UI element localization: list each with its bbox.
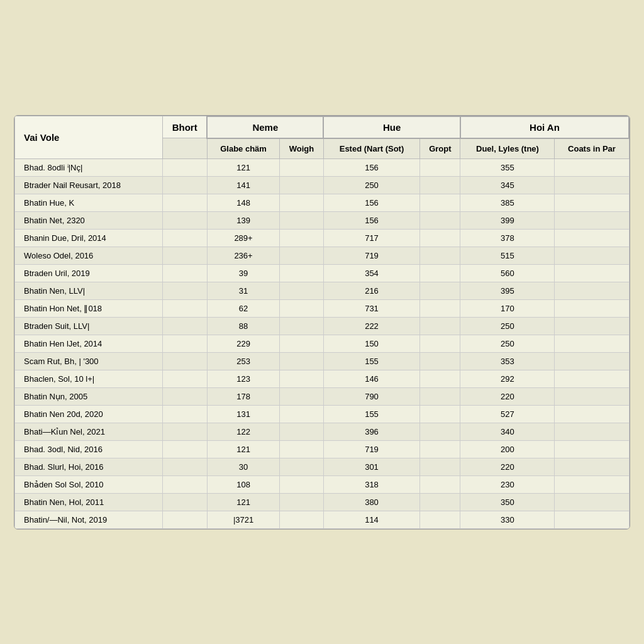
row-cell — [420, 475, 460, 493]
table-row: Bhatin Nen, LLV|31216395 — [15, 282, 630, 299]
table-body: Bhad. 8odli ⁱ|Nç|121156355Btrader Nail R… — [15, 158, 630, 528]
row-cell: 155 — [323, 352, 419, 370]
row-cell — [162, 511, 207, 528]
row-cell: 108 — [207, 475, 279, 493]
row-cell — [420, 299, 460, 317]
row-name: Bhatin Net, 2320 — [15, 211, 163, 229]
row-cell — [280, 158, 324, 176]
row-cell: 719 — [323, 247, 419, 264]
bhort-empty — [162, 138, 207, 159]
table-row: Bhaclen, Sol, 10 l+|123146292 — [15, 370, 630, 387]
row-cell — [162, 493, 207, 511]
data-table: Vai Vole Bhort Neme Hue Hoi An Glabe chä… — [14, 116, 630, 529]
row-cell — [162, 282, 207, 299]
row-cell: 114 — [323, 511, 419, 528]
row-cell — [420, 194, 460, 211]
row-cell — [280, 282, 324, 299]
row-cell — [555, 264, 629, 282]
row-name: Bhad. 3odl, Nid, 2016 — [15, 440, 163, 458]
row-cell — [280, 458, 324, 475]
row-name: Bhatin Nen, LLV| — [15, 282, 163, 299]
row-cell: 318 — [323, 475, 419, 493]
row-cell: 178 — [207, 387, 279, 405]
row-cell: 220 — [460, 387, 555, 405]
row-name: Bhatin Hue, K — [15, 194, 163, 211]
row-cell — [280, 211, 324, 229]
table-row: Bhatin Hon Net, ‖01862731170 — [15, 299, 630, 317]
row-cell — [420, 211, 460, 229]
row-cell — [280, 423, 324, 440]
row-name: Bhatin Nụn, 2005 — [15, 387, 163, 405]
row-cell — [280, 493, 324, 511]
row-cell — [555, 370, 629, 387]
row-cell: 340 — [460, 423, 555, 440]
row-cell: 148 — [207, 194, 279, 211]
row-cell: 301 — [323, 458, 419, 475]
row-name: Bhatin/—Nil, Not, 2019 — [15, 511, 163, 528]
row-cell — [420, 335, 460, 352]
row-cell: 719 — [323, 440, 419, 458]
row-name: Bhati—Kỉun Nel, 2021 — [15, 423, 163, 440]
row-cell — [280, 317, 324, 335]
row-cell: 170 — [460, 299, 555, 317]
neme-header: Neme — [207, 116, 323, 138]
row-cell: 200 — [460, 440, 555, 458]
row-name: Btraden Uril, 2019 — [15, 264, 163, 282]
row-name: Bhảden Sol Sol, 2010 — [15, 475, 163, 493]
table-row: Bhatin Net, 2320139156399 — [15, 211, 630, 229]
row-cell: 717 — [323, 229, 419, 247]
row-name: Woleso Odel, 2016 — [15, 247, 163, 264]
row-cell — [162, 352, 207, 370]
row-name: Btraden Suit, LLV| — [15, 317, 163, 335]
row-cell — [555, 475, 629, 493]
row-cell — [555, 282, 629, 299]
row-cell — [420, 423, 460, 440]
row-cell — [162, 370, 207, 387]
row-cell: 250 — [460, 335, 555, 352]
row-name: Scam Rut, Bh, | '300 — [15, 352, 163, 370]
row-cell — [420, 282, 460, 299]
table-row: Bhanin Due, Dril, 2014289+717378 — [15, 229, 630, 247]
gropt-header: Gropt — [420, 138, 460, 159]
row-cell — [420, 317, 460, 335]
row-cell — [420, 264, 460, 282]
row-cell: 88 — [207, 317, 279, 335]
row-cell: 380 — [323, 493, 419, 511]
row-cell: 292 — [460, 370, 555, 387]
row-cell — [162, 335, 207, 352]
row-cell — [162, 247, 207, 264]
row-cell — [280, 264, 324, 282]
row-cell: 121 — [207, 158, 279, 176]
row-cell — [555, 247, 629, 264]
row-cell: 396 — [323, 423, 419, 440]
table-row: Btrader Nail Reusart, 2018141250345 — [15, 176, 630, 194]
row-cell — [555, 176, 629, 194]
row-cell — [280, 247, 324, 264]
row-cell — [280, 370, 324, 387]
row-cell: 156 — [323, 211, 419, 229]
row-cell: 141 — [207, 176, 279, 194]
row-cell — [555, 194, 629, 211]
row-cell — [162, 475, 207, 493]
row-cell: 253 — [207, 352, 279, 370]
row-cell — [555, 299, 629, 317]
row-cell — [555, 440, 629, 458]
row-cell: 123 — [207, 370, 279, 387]
row-cell — [280, 511, 324, 528]
row-cell: 250 — [323, 176, 419, 194]
row-cell — [555, 335, 629, 352]
row-cell: 560 — [460, 264, 555, 282]
table-row: Bhad. Slurl, Hoi, 201630301220 — [15, 458, 630, 475]
row-cell — [280, 475, 324, 493]
row-cell — [420, 493, 460, 511]
row-cell — [162, 440, 207, 458]
row-cell — [555, 158, 629, 176]
table-row: Bhatin Nen 20d, 2020131155527 — [15, 405, 630, 423]
row-cell — [162, 211, 207, 229]
row-cell: 150 — [323, 335, 419, 352]
row-name: Bhad. 8odli ⁱ|Nç| — [15, 158, 163, 176]
row-cell: 527 — [460, 405, 555, 423]
row-cell — [280, 176, 324, 194]
table-row: Btraden Uril, 201939354560 — [15, 264, 630, 282]
row-name: Bhaclen, Sol, 10 l+| — [15, 370, 163, 387]
